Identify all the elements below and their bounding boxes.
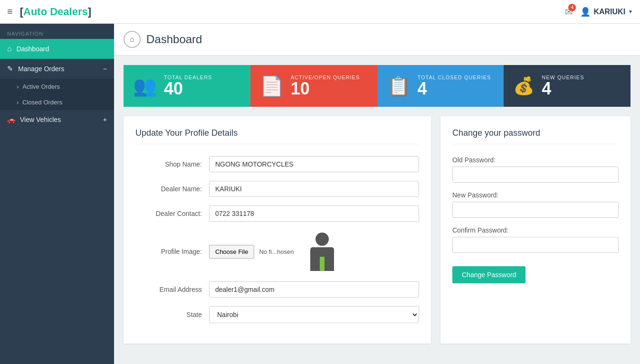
stat-label: TOTAL DEALERS	[164, 75, 212, 80]
sidebar-item-closed-orders[interactable]: › Closed Orders	[0, 94, 114, 110]
user-avatar-icon: 👤	[580, 7, 591, 17]
stat-value: 40	[164, 80, 212, 97]
choose-file-button[interactable]: Choose File	[209, 245, 254, 259]
stat-card-dealers: 👥 TOTAL DEALERS 40	[124, 65, 250, 107]
confirm-password-group: Confirm Password:	[452, 226, 619, 253]
hamburger-menu[interactable]: ≡	[7, 6, 13, 17]
chevron-icon: ›	[17, 99, 19, 106]
sidebar-submenu-orders: › Active Orders › Closed Orders	[0, 79, 114, 110]
dealer-contact-input[interactable]	[209, 205, 419, 222]
chevron-icon: ›	[17, 83, 19, 90]
brand-name: Auto Dealers	[23, 6, 88, 18]
state-group: State Nairobi	[135, 306, 419, 323]
old-password-input[interactable]	[452, 167, 619, 183]
new-password-label: New Password:	[452, 191, 619, 199]
email-group: Email Address	[135, 281, 419, 298]
panels-row: Update Your Profile Details Shop Name: D…	[124, 116, 630, 344]
dealer-name-label: Dealer Name:	[135, 185, 202, 193]
sidebar-item-label: Manage Orders	[18, 65, 64, 73]
email-label: Email Address	[135, 286, 202, 293]
change-password-button[interactable]: Change Password	[452, 266, 525, 283]
profile-image-group: Profile Image: Choose File No fi...hosen	[135, 230, 419, 273]
stat-value: 10	[291, 80, 360, 97]
stat-value: 4	[542, 80, 584, 97]
stat-label: TOTAL CLOSED QUERIES	[418, 75, 491, 80]
file-name-label: No fi...hosen	[259, 248, 294, 255]
profile-panel-title: Update Your Profile Details	[135, 128, 419, 144]
sidebar-item-label: Active Orders	[22, 83, 60, 90]
stats-row: 👥 TOTAL DEALERS 40 📄 ACTIVE/OPEN QUERIES…	[124, 65, 630, 107]
edit-icon: ✎	[7, 65, 13, 73]
profile-image-label: Profile Image:	[135, 248, 202, 255]
avatar-body	[310, 247, 334, 271]
main-content: ⌂ Dashboard 👥 TOTAL DEALERS 40 📄 ACTIVE/…	[114, 24, 640, 364]
old-password-label: Old Password:	[452, 156, 619, 164]
avatar-head	[315, 233, 329, 246]
old-password-group: Old Password:	[452, 156, 619, 183]
sidebar-item-label: View Vehicles	[20, 116, 61, 123]
confirm-password-label: Confirm Password:	[452, 226, 619, 234]
layout: NAVIGATION ⌂ Dashboard ✎ Manage Orders −…	[0, 24, 640, 364]
stat-label: ACTIVE/OPEN QUERIES	[291, 75, 360, 80]
closed-query-icon: 📋	[387, 75, 411, 97]
user-menu[interactable]: 👤 KARIUKI ▼	[580, 7, 633, 17]
open-query-icon: 📄	[260, 75, 284, 97]
stat-info-closed: TOTAL CLOSED QUERIES 4	[418, 75, 491, 97]
stat-info-dealers: TOTAL DEALERS 40	[164, 75, 212, 97]
dealers-icon: 👥	[133, 75, 157, 97]
car-icon: 🚗	[7, 116, 15, 123]
add-icon: +	[103, 116, 107, 123]
shop-name-input[interactable]	[209, 156, 419, 172]
user-caret-icon: ▼	[628, 9, 633, 14]
profile-panel: Update Your Profile Details Shop Name: D…	[124, 116, 431, 344]
stat-card-open-queries: 📄 ACTIVE/OPEN QUERIES 10	[250, 65, 377, 107]
new-password-group: New Password:	[452, 191, 619, 218]
email-input[interactable]	[209, 281, 419, 298]
stat-info-open: ACTIVE/OPEN QUERIES 10	[291, 75, 360, 97]
sidebar: NAVIGATION ⌂ Dashboard ✎ Manage Orders −…	[0, 24, 114, 364]
sidebar-item-manage-orders[interactable]: ✎ Manage Orders −	[0, 59, 114, 79]
nav-label: NAVIGATION	[0, 24, 114, 39]
stat-value: 4	[418, 80, 491, 97]
stat-card-new-queries: 💰 NEW QUERIES 4	[504, 65, 630, 107]
avatar-figure	[310, 233, 334, 271]
stat-info-new: NEW QUERIES 4	[542, 75, 584, 97]
avatar	[303, 230, 341, 273]
mail-icon-wrapper[interactable]: ✉ 4	[565, 6, 573, 18]
state-label: State	[135, 311, 202, 318]
home-icon: ⌂	[7, 45, 12, 53]
home-circle-icon: ⌂	[124, 31, 141, 48]
collapse-icon: −	[103, 65, 107, 73]
stat-card-closed-queries: 📋 TOTAL CLOSED QUERIES 4	[377, 65, 504, 107]
dealer-name-group: Dealer Name:	[135, 181, 419, 197]
header-right: ✉ 4 👤 KARIUKI ▼	[565, 6, 633, 18]
stat-label: NEW QUERIES	[542, 75, 584, 80]
confirm-password-input[interactable]	[452, 237, 619, 253]
user-name: KARIUKI	[593, 8, 625, 16]
top-header: ≡ [Auto Dealers] ✉ 4 👤 KARIUKI ▼	[0, 0, 640, 24]
sidebar-item-label: Closed Orders	[22, 99, 62, 106]
brand-logo: [Auto Dealers]	[20, 6, 91, 18]
page-title: Dashboard	[146, 33, 202, 46]
dealer-name-input[interactable]	[209, 181, 419, 197]
sidebar-item-label: Dashboard	[17, 45, 49, 53]
password-panel-title: Change your password	[452, 128, 619, 144]
dealer-contact-group: Dealer Contact:	[135, 205, 419, 222]
money-icon: 💰	[513, 76, 535, 96]
sidebar-item-dashboard[interactable]: ⌂ Dashboard	[0, 39, 114, 59]
page-title-bar: ⌂ Dashboard	[114, 24, 640, 56]
shop-name-label: Shop Name:	[135, 160, 202, 168]
new-password-input[interactable]	[452, 202, 619, 218]
sidebar-item-active-orders[interactable]: › Active Orders	[0, 79, 114, 94]
password-panel: Change your password Old Password: New P…	[440, 116, 630, 344]
sidebar-item-view-vehicles[interactable]: 🚗 View Vehicles +	[0, 110, 114, 129]
shop-name-group: Shop Name:	[135, 156, 419, 172]
avatar-tie	[320, 257, 325, 271]
state-select[interactable]: Nairobi	[209, 306, 419, 323]
dealer-contact-label: Dealer Contact:	[135, 210, 202, 217]
file-input-wrapper: Choose File No fi...hosen	[209, 245, 294, 259]
profile-image-row: Choose File No fi...hosen	[209, 230, 341, 273]
mail-badge: 4	[568, 4, 576, 11]
